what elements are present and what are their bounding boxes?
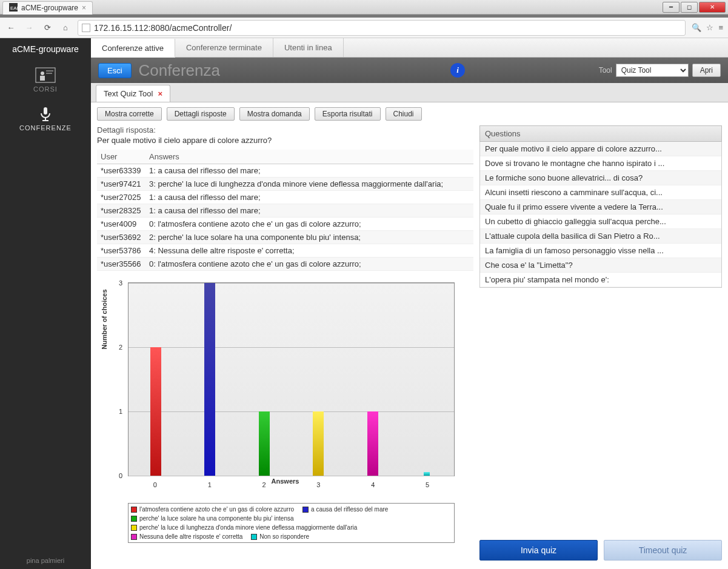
- table-row[interactable]: *user270251: a causa del riflesso del ma…: [97, 191, 473, 204]
- legend-item: Nessuna delle altre risposte e' corretta: [131, 533, 242, 540]
- question-item[interactable]: Dove si trovano le montagne che hanno is…: [480, 156, 721, 171]
- y-tick: 1: [119, 408, 122, 415]
- cell-user: *user53786: [97, 244, 145, 258]
- cell-user: *user97421: [97, 178, 145, 191]
- mostra-corrette-button[interactable]: Mostra corrette: [97, 107, 162, 121]
- question-item[interactable]: Per quale motivo il cielo appare di colo…: [480, 142, 721, 156]
- legend-item: a causa del riflesso del mare: [302, 506, 388, 513]
- action-row: Mostra corrette Dettagli risposte Mostra…: [91, 102, 728, 125]
- questions-header: Questions: [479, 125, 722, 142]
- cell-answer: 3: perche' la luce di lunghezza d'onda m…: [145, 178, 473, 191]
- table-row[interactable]: *user283251: a causa del riflesso del ma…: [97, 204, 473, 218]
- search-icon[interactable]: 🔍: [692, 23, 701, 32]
- cell-user: *user27025: [97, 191, 145, 204]
- dettagli-risposte-button[interactable]: Dettagli risposte: [167, 107, 235, 121]
- svg-rect-7: [44, 107, 47, 115]
- inner-tab-quiz[interactable]: Text Quiz Tool ×: [96, 85, 170, 102]
- window-maximize-button[interactable]: ◻: [681, 2, 698, 13]
- chart-bar: [313, 411, 324, 476]
- chart-bar: [204, 283, 215, 476]
- sidebar-title: aCME-groupware: [12, 44, 79, 54]
- chart-bar: [424, 472, 430, 476]
- cell-user: *user35566: [97, 258, 145, 271]
- nav-reload-icon[interactable]: ⟳: [41, 22, 53, 34]
- svg-rect-4: [40, 76, 45, 81]
- conference-header: Esci Conferenza i Tool Quiz Tool Apri: [91, 58, 728, 83]
- chiudi-button[interactable]: Chiudi: [386, 107, 422, 121]
- timeout-quiz-button[interactable]: Timeout quiz: [604, 540, 722, 561]
- table-row[interactable]: *user355660: l'atmosfera contiene azoto …: [97, 258, 473, 271]
- address-bar[interactable]: 172.16.15.112:8080/acmeController/: [78, 20, 686, 36]
- legend-item: perche' la luce di lunghezza d'onda mino…: [131, 524, 357, 531]
- tab-close-icon[interactable]: ×: [82, 4, 86, 12]
- open-button[interactable]: Apri: [692, 64, 721, 77]
- x-tick: 4: [346, 481, 400, 493]
- answers-table: User Answers *user633391: a causa del ri…: [97, 150, 473, 271]
- table-row[interactable]: *user537864: Nessuna delle altre rispost…: [97, 244, 473, 258]
- top-tabs: Conferenze attive Conferenze terminate U…: [91, 38, 728, 58]
- cell-answer: 4: Nessuna delle altre risposte e' corre…: [145, 244, 473, 258]
- sidebar-item-conferenze[interactable]: CONFERENZE: [0, 101, 91, 140]
- tool-select[interactable]: Quiz Tool: [616, 64, 689, 77]
- col-answers: Answers: [145, 150, 473, 164]
- col-user: User: [97, 150, 145, 164]
- chart-bar: [259, 411, 270, 476]
- cell-answer: 1: a causa del riflesso del mare;: [145, 204, 473, 218]
- question-item[interactable]: Che cosa e' la "Limetta"?: [480, 258, 721, 273]
- nav-forward-icon[interactable]: →: [23, 22, 35, 34]
- esporta-risultati-button[interactable]: Esporta risultati: [315, 107, 381, 121]
- svg-rect-2: [36, 68, 55, 82]
- window-titlebar: EAF aCME-groupware × ━ ◻ ✕: [0, 0, 728, 15]
- chart-ylabel: Number of choices: [101, 289, 108, 349]
- question-item[interactable]: Un cubetto di ghiaccio galleggia sull'ac…: [480, 215, 721, 229]
- svg-point-3: [41, 72, 44, 75]
- info-icon[interactable]: i: [450, 63, 465, 78]
- x-tick: 3: [291, 481, 346, 493]
- svg-text:EAF: EAF: [10, 5, 18, 11]
- cell-user: *user28325: [97, 204, 145, 218]
- legend-item: perche' la luce solare ha una componente…: [131, 515, 294, 522]
- sidebar-item-label: CONFERENZE: [19, 124, 72, 131]
- tab-conferenze-attive[interactable]: Conferenze attive: [91, 39, 175, 58]
- teacher-icon: [35, 67, 56, 83]
- tool-label: Tool: [599, 66, 612, 75]
- inner-tab-label: Text Quiz Tool: [104, 89, 153, 98]
- microphone-icon: [35, 106, 56, 122]
- bookmark-icon[interactable]: ☆: [706, 23, 713, 32]
- table-row[interactable]: *user974213: perche' la luce di lunghezz…: [97, 178, 473, 191]
- page-icon: [82, 24, 90, 32]
- sidebar-item-corsi[interactable]: CORSI: [0, 62, 91, 101]
- question-item[interactable]: Quale fu il primo essere vivente a veder…: [480, 200, 721, 215]
- question-item[interactable]: L'attuale cupola della basilica di San P…: [480, 229, 721, 244]
- tab-conferenze-terminate[interactable]: Conferenze terminate: [175, 38, 273, 57]
- x-tick: 1: [182, 481, 237, 493]
- window-minimize-button[interactable]: ━: [663, 2, 680, 13]
- cell-answer: 1: a causa del riflesso del mare;: [145, 164, 473, 178]
- browser-toolbar: ← → ⟳ ⌂ 172.16.15.112:8080/acmeControlle…: [0, 18, 728, 38]
- table-row[interactable]: *user40090: l'atmosfera contiene azoto c…: [97, 218, 473, 231]
- url-text: 172.16.15.112:8080/acmeController/: [94, 23, 232, 33]
- cell-answer: 0: l'atmosfera contiene azoto che e' un …: [145, 258, 473, 271]
- question-item[interactable]: La famiglia di un famoso personaggio vis…: [480, 244, 721, 258]
- y-tick: 2: [119, 344, 122, 351]
- invia-quiz-button[interactable]: Invia quiz: [479, 540, 598, 561]
- chart-bar: [150, 347, 161, 476]
- inner-tab-close-icon[interactable]: ×: [158, 89, 162, 98]
- table-row[interactable]: *user536922: perche' la luce solare ha u…: [97, 231, 473, 244]
- tab-utenti-in-linea[interactable]: Utenti in linea: [273, 38, 344, 57]
- cell-user: *user53692: [97, 231, 145, 244]
- nav-back-icon[interactable]: ←: [5, 22, 17, 34]
- mostra-domanda-button[interactable]: Mostra domanda: [239, 107, 310, 121]
- browser-tab[interactable]: EAF aCME-groupware ×: [2, 1, 93, 15]
- window-close-button[interactable]: ✕: [699, 2, 726, 13]
- question-item[interactable]: Alcuni insetti riescono a camminare sull…: [480, 185, 721, 200]
- question-item[interactable]: Le formiche sono buone allevatrici... di…: [480, 171, 721, 185]
- menu-icon[interactable]: ≡: [718, 23, 723, 32]
- nav-home-icon[interactable]: ⌂: [59, 22, 72, 34]
- x-tick: 0: [128, 481, 182, 493]
- x-tick: 5: [400, 481, 455, 493]
- exit-button[interactable]: Esci: [98, 63, 132, 78]
- table-row[interactable]: *user633391: a causa del riflesso del ma…: [97, 164, 473, 178]
- sidebar: aCME-groupware CORSI CONFERENZE pina pal…: [0, 38, 91, 569]
- question-item[interactable]: L'opera piu' stampata nel mondo e':: [480, 273, 721, 287]
